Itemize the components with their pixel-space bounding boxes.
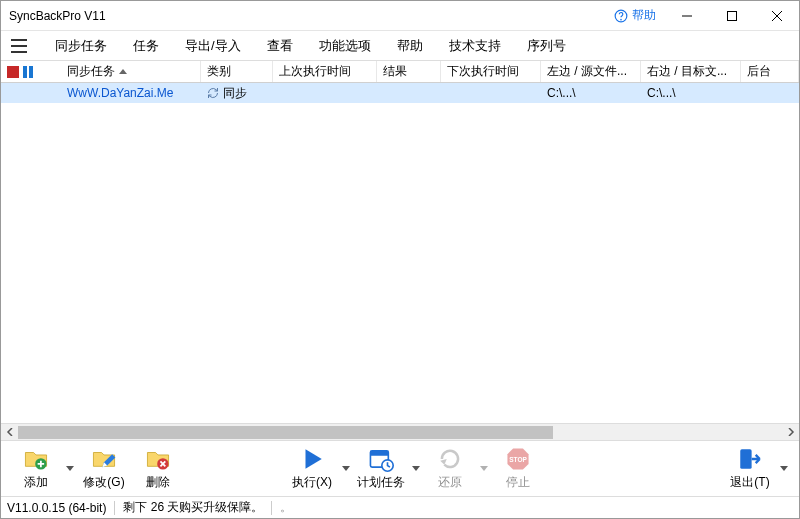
- delete-button[interactable]: 删除: [131, 444, 185, 493]
- status-separator: [271, 501, 272, 515]
- play-icon: [299, 446, 325, 472]
- cell-right-path: C:\...\: [641, 86, 741, 100]
- hamburger-menu-button[interactable]: [7, 34, 31, 58]
- column-header-result[interactable]: 结果: [377, 61, 441, 82]
- stop-button: STOP 停止: [491, 444, 545, 493]
- column-header-type[interactable]: 类别: [201, 61, 273, 82]
- svg-point-1: [621, 19, 622, 20]
- scroll-track[interactable]: [18, 424, 782, 440]
- menu-view[interactable]: 查看: [255, 33, 305, 59]
- profile-list: WwW.DaYanZai.Me 同步 C:\...\ C:\...\: [1, 83, 799, 423]
- status-indicator-dot: 。: [280, 499, 292, 516]
- maximize-button[interactable]: [709, 1, 754, 31]
- delete-label: 删除: [146, 474, 170, 491]
- stop-icon[interactable]: [7, 66, 19, 78]
- help-circle-icon: [614, 9, 628, 23]
- table-row[interactable]: WwW.DaYanZai.Me 同步 C:\...\ C:\...\: [1, 83, 799, 103]
- add-button[interactable]: 添加: [9, 444, 63, 493]
- restore-dropdown[interactable]: [477, 449, 491, 489]
- schedule-button[interactable]: 计划任务: [353, 444, 409, 493]
- cell-type-label: 同步: [223, 85, 247, 102]
- cell-profile-name[interactable]: WwW.DaYanZai.Me: [61, 86, 201, 100]
- exit-dropdown[interactable]: [777, 449, 791, 489]
- menubar: 同步任务 任务 导出/导入 查看 功能选项 帮助 技术支持 序列号: [1, 31, 799, 61]
- run-label: 执行(X): [292, 474, 332, 491]
- svg-rect-6: [370, 451, 388, 456]
- svg-rect-10: [740, 449, 751, 469]
- sync-arrows-icon: [207, 87, 219, 99]
- status-separator: [114, 501, 115, 515]
- titlebar: SyncBackPro V11 帮助: [1, 1, 799, 31]
- stop-sign-icon: STOP: [505, 446, 531, 472]
- exit-label: 退出(T): [730, 474, 769, 491]
- restore-button: 还原: [423, 444, 477, 493]
- toolbar: 添加 修改(G) 删除 执行(X): [1, 440, 799, 496]
- scroll-thumb[interactable]: [18, 426, 553, 439]
- titlebar-help-link[interactable]: 帮助: [606, 7, 664, 24]
- exit-icon: [737, 446, 763, 472]
- svg-rect-2: [727, 11, 736, 20]
- statusbar: V11.0.0.15 (64-bit) 剩下 26 天购买升级保障。 。: [1, 496, 799, 518]
- menu-options[interactable]: 功能选项: [307, 33, 383, 59]
- cell-type: 同步: [201, 85, 273, 102]
- svg-text:STOP: STOP: [509, 456, 527, 463]
- minimize-button[interactable]: [664, 1, 709, 31]
- restore-label: 还原: [438, 474, 462, 491]
- delete-folder-icon: [145, 446, 171, 472]
- status-version: V11.0.0.15 (64-bit): [7, 501, 106, 515]
- run-dropdown[interactable]: [339, 449, 353, 489]
- horizontal-scrollbar[interactable]: [1, 423, 799, 440]
- close-button[interactable]: [754, 1, 799, 31]
- status-trial: 剩下 26 天购买升级保障。: [123, 499, 263, 516]
- calendar-clock-icon: [368, 446, 394, 472]
- schedule-dropdown[interactable]: [409, 449, 423, 489]
- modify-label: 修改(G): [83, 474, 124, 491]
- menu-tasks[interactable]: 任务: [121, 33, 171, 59]
- modify-button[interactable]: 修改(G): [77, 444, 131, 493]
- column-header-left[interactable]: 左边 / 源文件...: [541, 61, 641, 82]
- column-header-next-run[interactable]: 下次执行时间: [441, 61, 541, 82]
- exit-button[interactable]: 退出(T): [723, 444, 777, 493]
- restore-icon: [437, 446, 463, 472]
- cell-left-path: C:\...\: [541, 86, 641, 100]
- menu-export-import[interactable]: 导出/导入: [173, 33, 253, 59]
- column-header-right[interactable]: 右边 / 目标文...: [641, 61, 741, 82]
- add-label: 添加: [24, 474, 48, 491]
- scroll-right-arrow[interactable]: [782, 424, 799, 441]
- pause-icon[interactable]: [23, 66, 33, 78]
- add-folder-icon: [23, 446, 49, 472]
- edit-folder-icon: [91, 446, 117, 472]
- scroll-left-arrow[interactable]: [1, 424, 18, 441]
- run-button[interactable]: 执行(X): [285, 444, 339, 493]
- column-headers: 同步任务 类别 上次执行时间 结果 下次执行时间 左边 / 源文件... 右边 …: [1, 61, 799, 83]
- menu-serial[interactable]: 序列号: [515, 33, 578, 59]
- schedule-label: 计划任务: [357, 474, 405, 491]
- menu-sync-profiles[interactable]: 同步任务: [43, 33, 119, 59]
- help-label: 帮助: [632, 7, 656, 24]
- add-dropdown[interactable]: [63, 449, 77, 489]
- stop-label: 停止: [506, 474, 530, 491]
- menu-support[interactable]: 技术支持: [437, 33, 513, 59]
- menu-help[interactable]: 帮助: [385, 33, 435, 59]
- column-header-last-run[interactable]: 上次执行时间: [273, 61, 377, 82]
- column-header-background[interactable]: 后台: [741, 61, 799, 82]
- column-header-profile[interactable]: 同步任务: [61, 61, 201, 82]
- window-title: SyncBackPro V11: [9, 9, 106, 23]
